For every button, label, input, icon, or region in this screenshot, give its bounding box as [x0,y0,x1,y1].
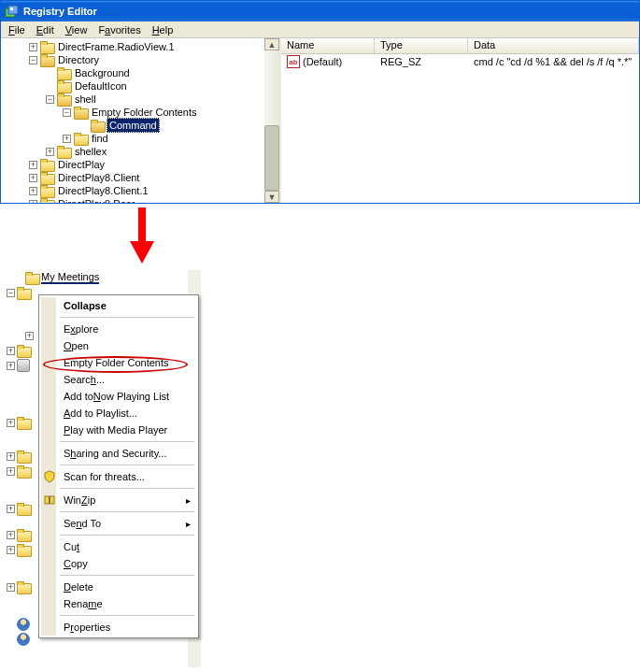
tree-scrollbar[interactable]: ▲ ▼ [264,38,279,203]
tree-node[interactable]: DirectPlay8.Client.1 [56,184,150,197]
menu-bar: File Edit View Favorites Help [1,21,639,38]
menu-view[interactable]: View [60,23,93,36]
ctx-collapse[interactable]: Collapse [58,297,196,314]
folder-open-icon [57,93,70,105]
ctx-delete[interactable]: Delete [58,579,196,595]
client-area: +DirectFrame.RadioView.1 −Directory Back… [1,38,639,203]
tree-node[interactable]: DirectFrame.RadioView.1 [56,40,177,53]
ctx-explore[interactable]: Explore [58,321,196,337]
ctx-properties[interactable]: Properties [58,619,196,636]
expander-icon[interactable]: + [7,362,15,370]
ctx-scan-threats[interactable]: Scan for threats... [58,468,196,485]
menu-help[interactable]: Help [147,23,179,36]
folder-icon [57,80,70,92]
winzip-icon [43,493,56,507]
expander-icon[interactable]: + [7,347,15,355]
scroll-thumb[interactable] [264,125,279,191]
ctx-send-to[interactable]: Send To [58,515,196,532]
expander-icon[interactable]: + [7,531,15,539]
expander-icon[interactable]: + [7,583,15,592]
expander-icon[interactable]: + [7,546,15,554]
folder-icon [17,529,30,540]
expander-icon[interactable]: + [7,452,15,461]
expander-icon[interactable]: − [7,289,15,297]
ctx-winzip[interactable]: WinZip [58,492,196,508]
scroll-down-button[interactable]: ▼ [264,191,279,203]
expander-icon[interactable]: + [29,43,37,51]
menu-edit[interactable]: Edit [31,23,60,36]
folder-icon [17,544,30,555]
expander-icon[interactable]: + [63,135,71,143]
svg-rect-4 [49,496,50,504]
tree-node[interactable]: find [90,132,110,145]
folder-open-icon [74,107,87,118]
expander-icon[interactable]: + [29,174,37,182]
window-title: Registry Editor [23,6,97,17]
column-data[interactable]: Data [468,38,639,53]
folder-my-meetings[interactable]: My Meetings [41,271,99,284]
expander-icon[interactable]: − [29,56,37,64]
folder-icon [74,133,87,144]
folder-icon [57,67,70,79]
menu-favorites[interactable]: Favorites [92,23,146,36]
registry-editor-window: Registry Editor File Edit View Favorites… [0,0,640,204]
registry-tree[interactable]: +DirectFrame.RadioView.1 −Directory Back… [1,38,279,203]
folder-open-icon [91,120,104,131]
expander-icon[interactable]: + [7,467,15,476]
tree-node[interactable]: DirectPlay8.Peer [56,197,137,203]
tree-node[interactable]: shellex [73,145,108,158]
folder-icon [25,272,38,283]
user-icon [17,618,30,631]
ctx-now-playing[interactable]: Add to Now Playing List [58,388,196,405]
list-row[interactable]: (Default) REG_SZ cmd /c "cd /d %1 && del… [281,54,639,69]
expander-icon[interactable]: + [7,419,15,427]
folder-icon [17,450,30,462]
tree-node[interactable]: Directory [56,53,101,66]
folder-icon [40,185,53,196]
tree-pane: +DirectFrame.RadioView.1 −Directory Back… [1,38,281,203]
expander-icon[interactable]: + [29,200,37,204]
tree-node-selected[interactable]: Command [107,118,160,133]
ctx-empty-folder-contents[interactable]: Empty Folder Contents [58,354,196,371]
tree-node[interactable]: Background [73,66,132,79]
expander-icon[interactable]: − [46,95,54,104]
expander-icon[interactable]: + [7,505,15,513]
folder-icon [17,503,30,514]
ctx-play-wmp[interactable]: Play with Media Player [58,422,196,438]
tree-node[interactable]: Empty Folder Contents [90,106,199,119]
expander-icon[interactable]: + [46,148,54,156]
tree-node[interactable]: DirectPlay [56,158,107,171]
list-pane: Name Type Data (Default) REG_SZ cmd /c "… [281,38,639,203]
ctx-rename[interactable]: Rename [58,595,196,612]
tree-node[interactable]: shell [73,93,98,106]
menu-file[interactable]: File [3,23,31,36]
arrow-down-icon [128,207,156,264]
folder-icon [17,581,30,593]
ctx-open[interactable]: Open [58,337,196,354]
ctx-add-playlist[interactable]: Add to Playlist... [58,405,196,422]
column-name[interactable]: Name [281,38,375,53]
folder-icon [40,172,53,183]
tree-node[interactable]: DefaultIcon [73,79,129,93]
folder-icon [17,287,30,298]
column-type[interactable]: Type [375,38,468,53]
regedit-icon [5,4,20,19]
expander-icon[interactable]: + [25,332,34,340]
expander-icon[interactable]: + [29,187,37,195]
list-body: (Default) REG_SZ cmd /c "cd /d %1 && del… [281,54,639,203]
ctx-search[interactable]: Search... [58,371,196,388]
scroll-up-button[interactable]: ▲ [264,38,279,50]
expander-icon[interactable]: + [29,161,37,169]
folder-icon [17,465,30,477]
folder-open-icon [40,54,53,65]
svg-rect-2 [10,7,13,10]
ctx-sharing-security[interactable]: Sharing and Security... [58,445,196,462]
expander-icon[interactable]: − [63,108,71,117]
folder-icon [40,41,53,52]
title-bar[interactable]: Registry Editor [1,1,639,21]
folder-icon [40,198,53,203]
tree-node[interactable]: DirectPlay8.Client [56,171,141,184]
ctx-copy[interactable]: Copy [58,555,196,572]
ctx-cut[interactable]: Cut [58,538,196,555]
string-value-icon [287,55,300,68]
